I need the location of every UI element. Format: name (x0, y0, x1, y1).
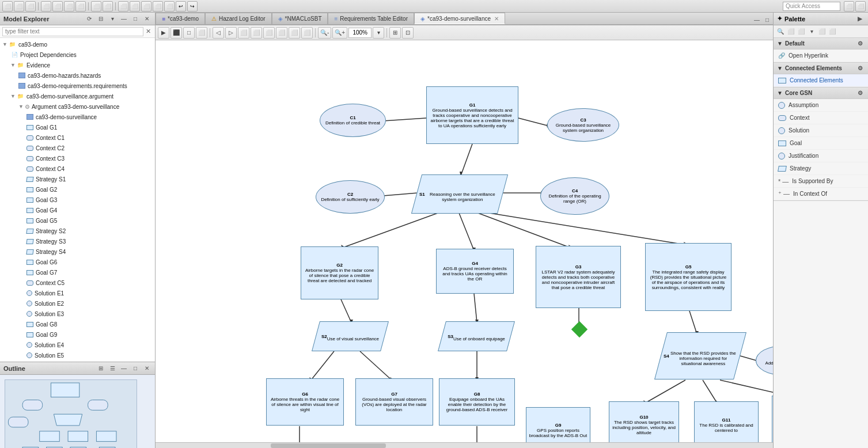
dtb-select-btn[interactable]: ▶ (158, 27, 169, 39)
expand-icon[interactable]: ▼ (2, 41, 7, 47)
tree-item[interactable]: Solution E3 (0, 309, 155, 319)
tree-item[interactable]: Context C2 (0, 143, 155, 153)
tree-item[interactable]: Goal G3 (0, 195, 155, 205)
h-scrollbar[interactable] (156, 442, 773, 448)
toolbar-btn-18[interactable]: ⬜ (855, 1, 866, 12)
dtb-grid-btn[interactable]: ⊡ (402, 27, 414, 39)
node-G7[interactable]: G7Ground-based visual observers (VOs) ar… (355, 378, 433, 426)
tree-item[interactable]: Goal G2 (0, 184, 155, 195)
tree-item[interactable]: Solution E4 (0, 340, 155, 350)
tab-ca93-demo[interactable]: ■ *ca93-demo (156, 13, 205, 24)
tree-item[interactable]: ▼📁Evidence (0, 60, 155, 70)
dtb-btn5[interactable]: ◁ (213, 27, 224, 39)
tab-area-min[interactable]: — (752, 15, 761, 24)
toolbar-btn-15[interactable]: ↩ (176, 1, 186, 12)
palette-default-title[interactable]: ▼ Default ⚙ (774, 38, 868, 50)
tree-item[interactable]: ▼📁ca93-demo-surveillance.argument (0, 91, 155, 101)
diagram-canvas[interactable]: G1Ground-based surveillance detects and … (156, 40, 773, 448)
model-explorer-close-btn[interactable]: ✕ (142, 14, 151, 24)
dtb-btn4[interactable]: ⬜ (196, 27, 207, 39)
palette-connected-elements-item[interactable]: Connected Elements (774, 74, 868, 87)
expand-icon[interactable]: ▼ (18, 104, 24, 109)
palette-supported-by-item[interactable]: * — Is Supported By (774, 175, 868, 188)
tree-item[interactable]: Context C1 (0, 132, 155, 143)
toolbar-btn-7[interactable]: ⬜ (75, 1, 86, 12)
dtb-btn9[interactable]: ⬜ (263, 27, 275, 39)
dtb-marquee-btn[interactable]: ⬛ (170, 27, 182, 39)
tree-item[interactable]: Context C3 (0, 153, 155, 164)
tree-item[interactable]: Solution E2 (0, 298, 155, 309)
tree-item[interactable]: ▼⚙Argument ca93-demo-surveillance (0, 101, 155, 112)
dtb-btn6[interactable]: ▷ (225, 27, 237, 39)
zoom-input[interactable]: 100% (348, 28, 372, 38)
tree-item[interactable]: Goal G8 (0, 319, 155, 329)
tree-item[interactable]: Context C5 (0, 278, 155, 288)
tree-item[interactable]: Strategy S3 (0, 236, 155, 246)
toolbar-btn-14[interactable]: ⬜ (164, 1, 175, 12)
tab-area-max[interactable]: □ (763, 15, 772, 24)
model-explorer-collapse-btn[interactable]: ⊟ (96, 14, 105, 24)
tree-item[interactable]: Goal G5 (0, 215, 155, 226)
node-G3[interactable]: G3LSTAR V2 radar system adequately detec… (536, 246, 621, 308)
toolbar-btn-16[interactable]: ↪ (187, 1, 198, 12)
palette-justification-item[interactable]: Justification (774, 150, 868, 162)
toolbar-btn-17[interactable]: ⬜ (844, 1, 854, 12)
tree-item[interactable]: ▼📁ca93-demo (0, 39, 155, 50)
palette-default-settings[interactable]: ⚙ (855, 39, 865, 48)
tree-item[interactable]: Strategy S2 (0, 226, 155, 236)
tree-item[interactable]: Goal G6 (0, 257, 155, 267)
toolbar-btn-5[interactable]: ⬜ (52, 1, 63, 12)
node-G6[interactable]: G6Airborne threats in the radar cone of … (266, 378, 344, 426)
tree-item[interactable]: Goal G4 (0, 205, 155, 215)
dtb-btn7[interactable]: ⬜ (238, 27, 249, 39)
dtb-zoom-out[interactable]: 🔍- (318, 27, 331, 39)
node-S4[interactable]: S4Show that the RSD provides the informa… (654, 332, 746, 379)
tab-hazard-log[interactable]: ⚠ Hazard Log Editor (205, 13, 272, 24)
palette-assumption-item[interactable]: Assumption (774, 99, 868, 112)
toolbar-btn-3[interactable]: ⬜ (25, 1, 36, 12)
outline-max-btn[interactable]: □ (131, 364, 140, 373)
expand-icon[interactable]: ▼ (10, 93, 16, 99)
node-G12[interactable]: G12The RSD is capable of displaying the … (772, 396, 773, 443)
node-S1[interactable]: S1Reasoning over the surveillance system… (411, 174, 508, 214)
expand-icon[interactable]: ▼ (10, 62, 16, 68)
tree-item[interactable]: ca93-demo-requirements.requirements (0, 81, 155, 91)
tree-item[interactable]: Strategy S4 (0, 246, 155, 257)
toolbar-btn-11[interactable]: ⬜ (130, 1, 140, 12)
dtb-btn3[interactable]: □ (183, 27, 195, 39)
toolbar-btn-4[interactable]: ⬜ (41, 1, 51, 12)
tree-item[interactable]: ca93-demo-surveillance (0, 112, 155, 122)
node-S3[interactable]: S3Use of onboard equipage (438, 321, 515, 351)
outline-icon2[interactable]: ☰ (108, 364, 117, 373)
tree-item[interactable]: Goal G7 (0, 267, 155, 278)
tree-item[interactable]: ca93-demo-hazards.hazards (0, 70, 155, 81)
outline-icon1[interactable]: ⊞ (96, 364, 105, 373)
node-G10[interactable]: G10The RSD shows target tracks including… (609, 401, 679, 448)
tab-requirements[interactable]: ≡ Requirements Table Editor (328, 13, 414, 24)
tab-nmac[interactable]: ◈ *NMACLoSBT (272, 13, 328, 24)
palette-strategy-item[interactable]: Strategy (774, 162, 868, 175)
tree-item[interactable]: Context C4 (0, 164, 155, 174)
outline-mini-diagram[interactable] (5, 379, 137, 448)
model-explorer-min-btn[interactable]: — (119, 14, 128, 24)
palette-btn3[interactable]: ▾ (807, 27, 816, 36)
palette-context-item[interactable]: Context (774, 112, 868, 124)
dtb-fit-btn[interactable]: ⊞ (389, 27, 401, 39)
tree-item[interactable]: Solution E1 (0, 288, 155, 298)
node-G1[interactable]: G1Ground-based surveillance detects and … (426, 86, 518, 144)
quick-access-box[interactable]: Quick Access (783, 2, 840, 11)
dtb-btn10[interactable]: ⬜ (276, 27, 287, 39)
palette-context-of-item[interactable]: ⁺ — In Context Of (774, 188, 868, 200)
node-G2[interactable]: G2Airborne targets in the radar cone of … (301, 246, 378, 299)
palette-btn1[interactable]: ⬜ (786, 27, 795, 36)
palette-expand-btn[interactable]: ▶ (855, 14, 865, 24)
toolbar-btn-10[interactable]: ⬜ (118, 1, 128, 12)
palette-connected-settings[interactable]: ⚙ (855, 64, 865, 73)
toolbar-btn-1[interactable]: ⬜ (2, 1, 13, 12)
tab-surveillance-close[interactable]: ✕ (494, 16, 499, 22)
tree-item[interactable]: Solution E5 (0, 350, 155, 360)
toolbar-btn-13[interactable]: ⬜ (153, 1, 163, 12)
dtb-zoom-dropdown[interactable]: ▾ (373, 27, 384, 39)
toolbar-btn-2[interactable]: ⬜ (14, 1, 24, 12)
node-C1[interactable]: C1Definition of credible threat (320, 104, 386, 137)
